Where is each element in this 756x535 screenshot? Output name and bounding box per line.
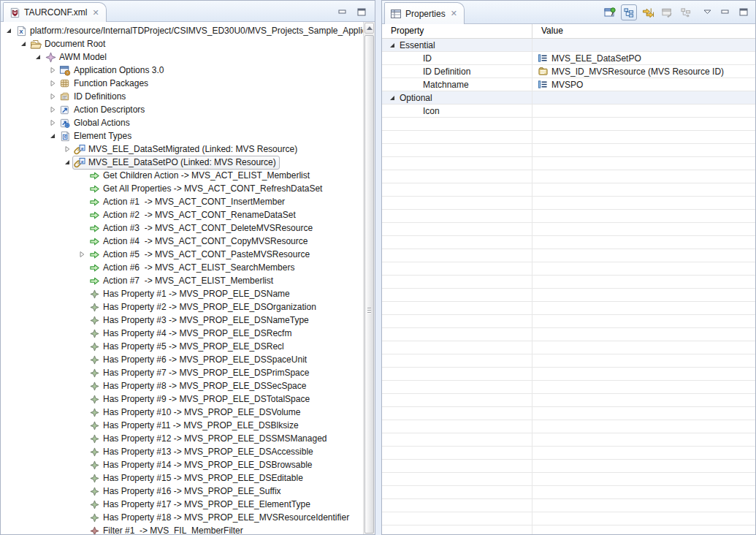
- tree-row[interactable]: Has Property #4 -> MVS_PROP_ELE_DSRecfm: [1, 327, 363, 340]
- view-menu-chevron-icon[interactable]: [701, 6, 713, 18]
- tree-row[interactable]: Action #4 -> MVS_ACT_CONT_CopyMVSResourc…: [1, 235, 363, 248]
- tree-node[interactable]: AWM Model: [43, 50, 110, 64]
- collapse-arrow-icon[interactable]: [62, 156, 72, 169]
- tree-row[interactable]: Has Property #15 -> MVS_PROP_ELE_DSEdita…: [1, 471, 363, 485]
- tree-node[interactable]: eElement Types: [58, 129, 135, 143]
- tree-node[interactable]: Has Property #14 -> MVS_PROP_ELE_DSBrows…: [87, 458, 316, 472]
- property-row[interactable]: ID DefinitionMVS_ID_MVSResource (MVS Res…: [382, 65, 755, 78]
- tree-row[interactable]: Action Descriptors: [1, 103, 363, 116]
- tree-row[interactable]: Has Property #6 -> MVS_PROP_ELE_DSSpaceU…: [1, 353, 363, 366]
- tree-node[interactable]: Has Property #2 -> MVS_PROP_ELE_DSOrgani…: [87, 300, 320, 314]
- tree-node[interactable]: Document Root: [28, 37, 109, 51]
- tree-row[interactable]: Has Property #12 -> MVS_PROP_ELE_DSSMSMa…: [1, 432, 363, 445]
- tree-row[interactable]: Has Property #11 -> MVS_PROP_ELE_DSBlksi…: [1, 419, 363, 432]
- expand-arrow-icon[interactable]: [47, 103, 58, 116]
- tree-row[interactable]: Has Property #2 -> MVS_PROP_ELE_DSOrgani…: [1, 300, 363, 314]
- tree-row[interactable]: Xplatform:/resource/InternalTDProject/CS…: [1, 24, 363, 37]
- collapse-arrow-icon[interactable]: [388, 94, 397, 102]
- tree-row[interactable]: Application Options 3.0: [1, 64, 363, 77]
- tree-row[interactable]: Function Packages: [1, 77, 363, 90]
- tree-row[interactable]: Has Property #10 -> MVS_PROP_ELE_DSVolum…: [1, 406, 363, 419]
- close-tab-icon[interactable]: ✕: [92, 8, 99, 18]
- tree-node[interactable]: Get All Properties -> MVS_ACT_CONT_Refre…: [87, 182, 326, 196]
- tree-node[interactable]: Has Property #8 -> MVS_PROP_ELE_DSSecSpa…: [87, 379, 310, 393]
- property-value-cell[interactable]: MVSPO: [532, 78, 755, 91]
- property-value-cell[interactable]: MVS_ID_MVSResource (MVS Resource ID): [532, 65, 755, 77]
- tree-node[interactable]: Action #5 -> MVS_ACT_CONT_PasteMVSResour…: [87, 248, 313, 262]
- expand-arrow-icon[interactable]: [47, 77, 58, 90]
- collapse-arrow-icon[interactable]: [47, 129, 58, 143]
- tree-node[interactable]: Function Packages: [58, 77, 152, 91]
- tree-row[interactable]: Global Actions: [1, 116, 363, 129]
- tree-node[interactable]: Filter #1 -> MVS_FIL_MemberFilter: [87, 524, 247, 535]
- tree-node[interactable]: Action #1 -> MVS_ACT_CONT_InsertMember: [87, 195, 289, 209]
- tree-row[interactable]: Has Property #14 -> MVS_PROP_ELE_DSBrows…: [1, 458, 363, 471]
- tree-row[interactable]: eMVS_ELE_DataSetPO (Linked: MVS Resource…: [1, 156, 363, 169]
- minimize-view-icon[interactable]: [719, 6, 731, 18]
- tree-node[interactable]: Has Property #13 -> MVS_PROP_ELE_DSAcces…: [87, 445, 317, 459]
- tree-row[interactable]: AWM Model: [1, 50, 363, 64]
- scroll-up-icon[interactable]: [364, 23, 374, 34]
- tree-node[interactable]: Get Children Action -> MVS_ACT_ELIST_Mem…: [87, 169, 313, 183]
- maximize-editor-icon[interactable]: [356, 6, 367, 18]
- tree-row[interactable]: Action #2 -> MVS_ACT_CONT_RenameDataSet: [1, 208, 363, 221]
- tree-row[interactable]: Has Property #5 -> MVS_PROP_ELE_DSRecl: [1, 340, 363, 353]
- tree-node[interactable]: Has Property #16 -> MVS_PROP_ELE_Suffix: [87, 485, 285, 498]
- scrollbar-thumb[interactable]: [364, 35, 374, 534]
- tree-node[interactable]: Has Property #5 -> MVS_PROP_ELE_DSRecl: [87, 340, 288, 354]
- tree-row[interactable]: Has Property #18 -> MVS_PROP_ELE_MVSReso…: [1, 511, 363, 524]
- tree-row[interactable]: Get Children Action -> MVS_ACT_ELIST_Mem…: [1, 169, 363, 182]
- column-header-value[interactable]: Value: [532, 24, 563, 38]
- expand-arrow-icon[interactable]: [47, 116, 58, 129]
- tree-node[interactable]: Has Property #7 -> MVS_PROP_ELE_DSPrimSp…: [87, 366, 313, 380]
- tree-node[interactable]: Application Options 3.0: [58, 64, 167, 77]
- tree-row[interactable]: Action #3 -> MVS_ACT_CONT_DeleteMVSResou…: [1, 221, 363, 235]
- tree-row[interactable]: eMVS_ELE_DataSetMigrated (Linked: MVS Re…: [1, 143, 363, 156]
- tree-node[interactable]: eMVS_ELE_DataSetMigrated (Linked: MVS Re…: [72, 143, 301, 156]
- tree-row[interactable]: Filter #1 -> MVS_FIL_MemberFilter: [1, 524, 363, 534]
- tree-node[interactable]: Has Property #6 -> MVS_PROP_ELE_DSSpaceU…: [87, 353, 310, 367]
- property-category-row[interactable]: Optional: [382, 91, 755, 105]
- collapse-arrow-icon[interactable]: [388, 42, 397, 49]
- tree-node[interactable]: Action #2 -> MVS_ACT_CONT_RenameDataSet: [87, 208, 299, 222]
- tree-node[interactable]: Action #6 -> MVS_ACT_ELIST_SearchMembers: [87, 261, 298, 275]
- tab-properties[interactable]: Properties ✕: [384, 2, 465, 24]
- tree-node[interactable]: Action #4 -> MVS_ACT_CONT_CopyMVSResourc…: [87, 235, 311, 248]
- tree-row[interactable]: Document Root: [1, 37, 363, 50]
- show-categories-icon[interactable]: [621, 4, 637, 20]
- tree-node[interactable]: Action #3 -> MVS_ACT_CONT_DeleteMVSResou…: [87, 221, 316, 235]
- tree-row[interactable]: Get All Properties -> MVS_ACT_CONT_Refre…: [1, 182, 363, 195]
- tree-row[interactable]: Has Property #1 -> MVS_PROP_ELE_DSName: [1, 287, 363, 300]
- minimize-editor-icon[interactable]: [337, 6, 348, 18]
- tree-row[interactable]: Action #1 -> MVS_ACT_CONT_InsertMember: [1, 195, 363, 208]
- collapse-arrow-icon[interactable]: [33, 50, 43, 64]
- property-value-cell[interactable]: [532, 105, 755, 117]
- tree-node[interactable]: Has Property #10 -> MVS_PROP_ELE_DSVolum…: [87, 406, 304, 420]
- tree-node[interactable]: Has Property #12 -> MVS_PROP_ELE_DSSMSMa…: [87, 432, 330, 446]
- expand-arrow-icon[interactable]: [77, 248, 87, 261]
- tree-row[interactable]: Has Property #3 -> MVS_PROP_ELE_DSNameTy…: [1, 314, 363, 327]
- tree-selection[interactable]: eMVS_ELE_DataSetPO (Linked: MVS Resource…: [72, 156, 280, 170]
- tree-row[interactable]: Has Property #16 -> MVS_PROP_ELE_Suffix: [1, 485, 363, 498]
- collapse-arrow-icon[interactable]: [4, 24, 14, 37]
- tree-row[interactable]: Has Property #13 -> MVS_PROP_ELE_DSAcces…: [1, 445, 363, 458]
- close-properties-icon[interactable]: ✕: [451, 9, 457, 18]
- expand-arrow-icon[interactable]: [62, 143, 72, 156]
- tree-row[interactable]: eElement Types: [1, 129, 363, 143]
- tree-node[interactable]: Has Property #15 -> MVS_PROP_ELE_DSEdita…: [87, 471, 307, 485]
- expand-arrow-icon[interactable]: [47, 64, 58, 77]
- tree-row[interactable]: Has Property #8 -> MVS_PROP_ELE_DSSecSpa…: [1, 379, 363, 392]
- tree-node[interactable]: Has Property #4 -> MVS_PROP_ELE_DSRecfm: [87, 327, 295, 341]
- tree-node[interactable]: Action #7 -> MVS_ACT_ELIST_Memberlist: [87, 274, 277, 288]
- tree-row[interactable]: Action #7 -> MVS_ACT_ELIST_Memberlist: [1, 274, 363, 287]
- tree-row[interactable]: Has Property #7 -> MVS_PROP_ELE_DSPrimSp…: [1, 366, 363, 379]
- property-value-cell[interactable]: MVS_ELE_DataSetPO: [532, 52, 755, 64]
- editor-vertical-scrollbar[interactable]: [363, 22, 375, 534]
- collapse-arrow-icon[interactable]: [18, 37, 28, 50]
- tree-node[interactable]: Has Property #9 -> MVS_PROP_ELE_DSTotalS…: [87, 392, 313, 406]
- property-row[interactable]: IDMVS_ELE_DataSetPO: [382, 52, 755, 65]
- tree-row[interactable]: Has Property #17 -> MVS_PROP_ELE_Element…: [1, 498, 363, 511]
- tree-row[interactable]: Action #5 -> MVS_ACT_CONT_PasteMVSResour…: [1, 248, 363, 261]
- tree-node[interactable]: Has Property #17 -> MVS_PROP_ELE_Element…: [87, 498, 314, 512]
- property-row[interactable]: MatchnameMVSPO: [382, 78, 755, 91]
